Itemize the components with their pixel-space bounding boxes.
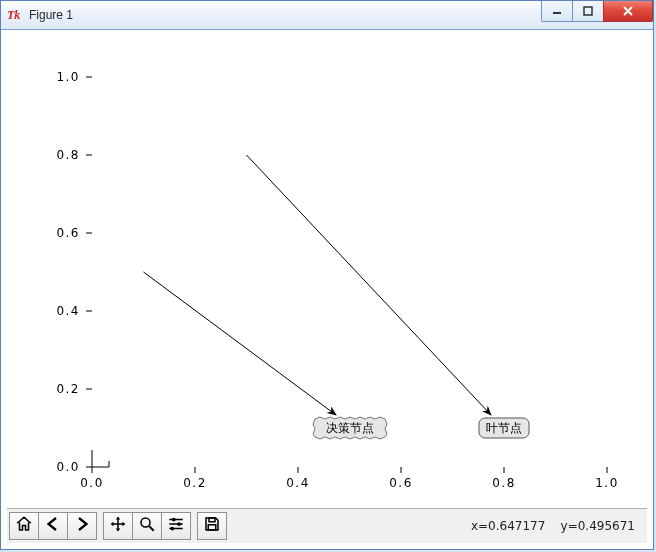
save-icon [203,515,221,537]
plot-svg: 0.0 0.2 0.4 0.6 0.8 1.0 0.0 0.2 [7,35,647,509]
arrow-left-icon [44,515,62,537]
tk-icon: Tk [7,7,23,23]
arrow-1 [144,272,337,415]
minimize-button[interactable] [541,1,573,22]
back-button[interactable] [38,513,67,539]
close-button[interactable] [603,1,653,22]
svg-rect-30 [208,525,216,530]
ytick-4: 0.8 [56,148,80,162]
svg-line-22 [149,526,154,531]
ytick-0: 0.0 [56,460,80,474]
arrow-right-icon [73,515,91,537]
ytick-1: 0.2 [56,382,80,396]
zoom-button[interactable] [132,513,161,539]
pan-button[interactable] [104,513,132,539]
home-icon [15,515,33,537]
annotation-leaf-label: 叶节点 [486,421,522,435]
sliders-icon [167,515,185,537]
svg-point-28 [170,527,174,531]
svg-rect-2 [584,7,592,15]
ytick-2: 0.4 [56,304,80,318]
annotation-leaf-node: 叶节点 [479,418,529,438]
figure-canvas[interactable]: 0.0 0.2 0.4 0.6 0.8 1.0 0.0 0.2 [7,35,647,509]
svg-point-21 [141,518,150,527]
xtick-4: 0.8 [492,476,516,490]
xtick-0: 0.0 [80,476,104,490]
coord-y: y=0.495671 [561,519,635,533]
coord-readout: x=0.647177 y=0.495671 [471,519,635,533]
ytick-3: 0.6 [56,226,80,240]
window-controls [542,1,653,21]
svg-point-26 [177,522,181,526]
home-button[interactable] [10,513,38,539]
svg-text:Tk: Tk [7,8,20,22]
matplotlib-toolbar: x=0.647177 y=0.495671 [7,508,647,543]
x-axis-ticks: 0.0 0.2 0.4 0.6 0.8 1.0 [80,467,619,490]
xtick-3: 0.6 [389,476,413,490]
svg-rect-29 [209,518,215,522]
xtick-5: 1.0 [595,476,619,490]
maximize-button[interactable] [572,1,604,22]
coord-x: x=0.647177 [471,519,545,533]
xtick-2: 0.4 [286,476,310,490]
client-area: 0.0 0.2 0.4 0.6 0.8 1.0 0.0 0.2 [7,35,647,543]
configure-button[interactable] [161,513,190,539]
y-axis-ticks: 0.0 0.2 0.4 0.6 0.8 1.0 [56,70,92,474]
xtick-1: 0.2 [183,476,207,490]
zoom-icon [138,515,156,537]
annotation-decision-node: 决策节点 [313,417,387,439]
svg-point-24 [172,518,176,522]
ytick-5: 1.0 [56,70,80,84]
forward-button[interactable] [67,513,96,539]
save-button[interactable] [198,513,226,539]
figure-window: Tk Figure 1 [0,0,654,550]
move-icon [109,515,127,537]
annotation-decision-label: 决策节点 [326,421,374,435]
window-title: Figure 1 [29,8,73,22]
titlebar[interactable]: Tk Figure 1 [1,1,653,30]
